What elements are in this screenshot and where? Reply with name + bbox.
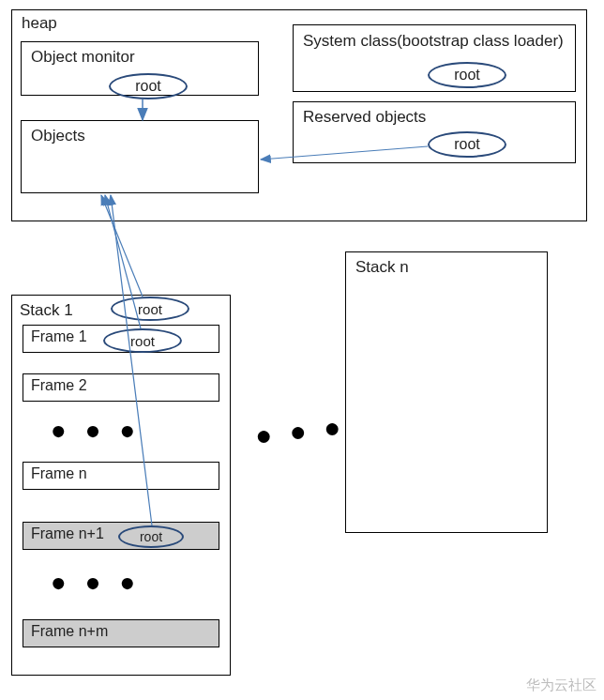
- system-class-root-ellipse: root: [428, 62, 506, 88]
- stack-n-container: Stack n: [345, 251, 548, 533]
- watermark: 华为云社区: [526, 677, 596, 694]
- system-class-label: System class(bootstrap class loader): [303, 32, 564, 50]
- frame-1-label: Frame 1: [31, 328, 87, 344]
- frame-1-root: root: [130, 333, 155, 349]
- frame-n-label: Frame n: [31, 465, 87, 481]
- object-monitor-label: Object monitor: [31, 48, 135, 66]
- reserved-objects-root: root: [454, 136, 480, 153]
- object-monitor-root: root: [135, 78, 161, 95]
- objects-box: Objects: [21, 120, 259, 193]
- reserved-objects-label: Reserved objects: [303, 108, 426, 126]
- stack-n-title: Stack n: [355, 258, 409, 276]
- object-monitor-root-ellipse: root: [109, 73, 188, 99]
- reserved-objects-root-ellipse: root: [428, 131, 506, 158]
- frame-2: Frame 2: [23, 373, 219, 402]
- system-class-root: root: [454, 67, 480, 84]
- frame-n: Frame n: [23, 462, 219, 490]
- frame-n-plus-1-root-ellipse: root: [118, 525, 184, 548]
- frame-n-plus-m: Frame n+m: [23, 619, 219, 647]
- stack1-dots-1: ● ● ●: [51, 424, 141, 437]
- frame-1-root-ellipse: root: [103, 328, 182, 353]
- reserved-objects-box: Reserved objects: [293, 101, 576, 163]
- frame-n-plus-1-label: Frame n+1: [31, 525, 104, 541]
- stack1-dots-2: ● ● ●: [51, 576, 141, 589]
- between-stacks-dots: ● ● ●: [255, 424, 342, 438]
- objects-label: Objects: [31, 127, 85, 145]
- stack1-title-root: root: [138, 301, 162, 317]
- heap-title: heap: [22, 14, 57, 32]
- stack1-title: Stack 1: [20, 301, 73, 319]
- stack1-title-root-ellipse: root: [111, 297, 189, 321]
- frame-n-plus-m-label: Frame n+m: [31, 623, 108, 639]
- frame-n-plus-1-root: root: [140, 529, 162, 544]
- frame-2-label: Frame 2: [31, 377, 87, 393]
